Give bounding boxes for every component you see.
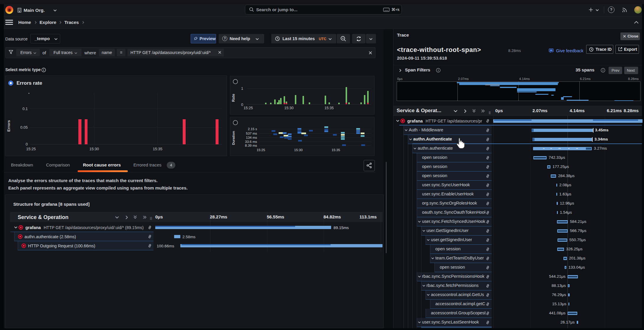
svg-text:0: 0	[241, 103, 243, 107]
svg-text:0: 0	[26, 142, 28, 146]
svg-text:33.6 ms: 33.6 ms	[245, 140, 257, 143]
svg-text:15:35: 15:35	[332, 148, 340, 152]
svg-text:Rate: Rate	[231, 94, 236, 102]
svg-text:15:25: 15:25	[26, 147, 36, 151]
svg-text:1: 1	[241, 86, 243, 91]
svg-text:2.15 s: 2.15 s	[248, 127, 257, 131]
svg-text:15:30: 15:30	[89, 147, 99, 151]
svg-text:Duration: Duration	[232, 131, 235, 145]
svg-text:15:35: 15:35	[324, 106, 334, 110]
svg-text:537 ms: 537 ms	[246, 132, 257, 135]
svg-text:0.05: 0.05	[20, 125, 28, 130]
svg-text:15:35: 15:35	[153, 147, 163, 151]
svg-text:Errors: Errors	[6, 120, 11, 132]
svg-text:15:25: 15:25	[257, 148, 265, 152]
svg-text:0.1: 0.1	[22, 107, 28, 111]
svg-text:15:25: 15:25	[243, 106, 253, 110]
svg-text:15:30: 15:30	[294, 148, 303, 152]
svg-text:134 ms: 134 ms	[246, 136, 257, 139]
svg-text:8.39 ms: 8.39 ms	[245, 144, 257, 147]
svg-text:15:30: 15:30	[284, 106, 293, 110]
